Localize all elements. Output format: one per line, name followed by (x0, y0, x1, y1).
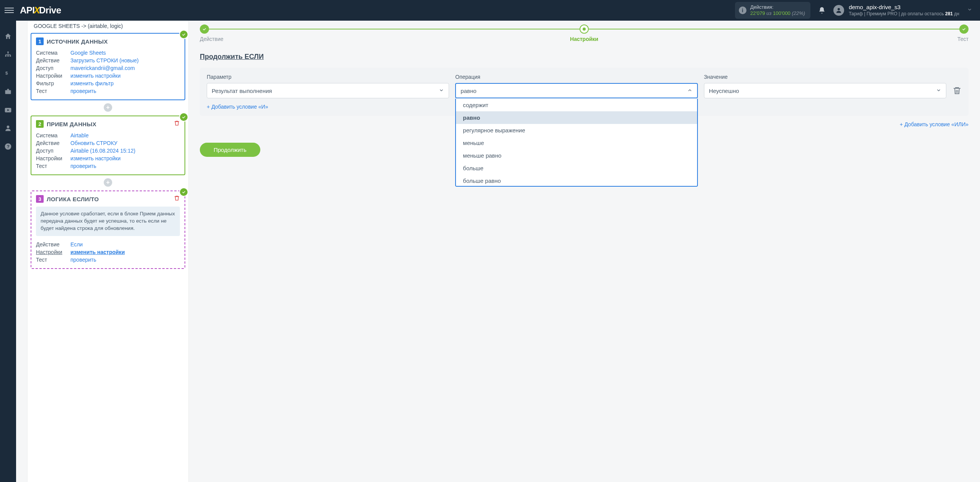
source-filter-link[interactable]: изменить фильтр (70, 80, 114, 86)
block-num: 2 (36, 120, 44, 128)
step-test-label: Тест (957, 36, 969, 42)
check-icon (179, 112, 188, 122)
left-nav: $ ? (0, 21, 16, 482)
operation-option[interactable]: меньше (456, 137, 697, 149)
nav-help-icon[interactable]: ? (4, 142, 12, 151)
menu-icon[interactable] (5, 6, 14, 15)
block-title: ИСТОЧНИК ДАННЫХ (47, 38, 108, 45)
value-select[interactable]: Неуспешно (704, 83, 946, 98)
block-dest[interactable]: 2 ПРИЕМ ДАННЫХ СистемаAirtable ДействиеО… (31, 116, 185, 175)
logo[interactable]: APIXDrive (20, 5, 61, 16)
dest-test-link[interactable]: проверить (70, 163, 96, 169)
block-source[interactable]: 1 ИСТОЧНИК ДАННЫХ СистемаGoogle Sheets Д… (31, 33, 185, 100)
avatar-icon (833, 5, 844, 16)
operation-option[interactable]: больше равно (456, 174, 697, 187)
block-title: ПРИЕМ ДАННЫХ (47, 121, 96, 127)
svg-text:$: $ (5, 70, 8, 75)
add-block-button[interactable]: + (104, 178, 112, 187)
plus-icon: + (900, 121, 903, 127)
source-settings-link[interactable]: изменить настройки (70, 73, 121, 79)
svg-point-0 (838, 8, 840, 10)
block-logic[interactable]: 3 ЛОГИКА ЕСЛИ/ТО Данное условие сработае… (31, 191, 185, 269)
value-label: Значение (704, 74, 946, 80)
delete-condition-icon[interactable] (952, 86, 962, 95)
logo-api: API (20, 5, 35, 15)
block-num: 1 (36, 37, 44, 45)
trash-icon[interactable] (174, 120, 180, 128)
step-action-dot[interactable] (200, 24, 209, 34)
nav-briefcase-icon[interactable] (4, 87, 12, 96)
nav-video-icon[interactable] (4, 106, 12, 114)
check-icon (179, 187, 188, 197)
chevron-down-icon (936, 88, 941, 94)
operation-option[interactable]: равно (456, 111, 697, 124)
actions-value: 22'079 из 100'000 (22%) (750, 10, 805, 16)
svg-rect-1 (7, 52, 8, 53)
chevron-down-icon (439, 88, 444, 94)
bell-icon[interactable] (818, 7, 826, 14)
logic-settings-link[interactable]: изменить настройки (70, 249, 125, 255)
add-or-condition[interactable]: + Добавить условие «ИЛИ» (900, 121, 969, 127)
operation-option[interactable]: больше (456, 162, 697, 174)
nav-billing-icon[interactable]: $ (4, 69, 12, 77)
param-label: Параметр (207, 74, 449, 80)
chevron-up-icon (687, 88, 693, 94)
logic-test-link[interactable]: проверить (70, 257, 96, 263)
logo-drive: Drive (39, 5, 61, 15)
breadcrumb: GOOGLE SHEETS -> (airtable, logic) (31, 21, 185, 33)
tariff-line: Тариф | Премиум PRO | до оплаты осталось… (849, 11, 959, 17)
trash-icon[interactable] (174, 195, 180, 203)
block-title: ЛОГИКА ЕСЛИ/ТО (47, 196, 99, 202)
user-menu[interactable]: demo_apix-drive_s3 Тариф | Премиум PRO |… (833, 3, 959, 17)
operation-label: Операция (455, 74, 697, 80)
logic-note: Данное условие сработает, если в блоке П… (36, 207, 180, 236)
nav-account-icon[interactable] (4, 124, 12, 132)
block-num: 3 (36, 195, 44, 203)
source-test-link[interactable]: проверить (70, 88, 96, 94)
username: demo_apix-drive_s3 (849, 3, 959, 11)
topbar: APIXDrive i Действия: 22'079 из 100'000 … (0, 0, 980, 21)
svg-rect-3 (7, 55, 8, 57)
svg-rect-6 (5, 90, 11, 94)
svg-rect-2 (5, 55, 7, 57)
actions-counter[interactable]: i Действия: 22'079 из 100'000 (22%) (735, 2, 810, 18)
main-panel: Действие Настройки Тест Продолжить ЕСЛИ … (188, 21, 980, 482)
check-icon (179, 30, 188, 39)
operation-select[interactable]: равно (455, 83, 697, 98)
continue-button[interactable]: Продолжить (200, 143, 260, 157)
condition-group: Параметр Результат выполнения Операция р… (200, 68, 969, 116)
step-action-label: Действие (200, 36, 224, 42)
nav-home-icon[interactable] (4, 32, 12, 41)
param-select[interactable]: Результат выполнения (207, 83, 449, 98)
chevron-down-icon[interactable] (959, 7, 972, 14)
operation-dropdown: содержит равно регулярное выражение мень… (455, 99, 697, 187)
dest-settings-link[interactable]: изменить настройки (70, 155, 121, 161)
section-title: Продолжить ЕСЛИ (200, 53, 969, 61)
operation-option[interactable]: меньше равно (456, 149, 697, 162)
svg-rect-4 (10, 55, 11, 57)
plus-icon: + (207, 104, 210, 110)
svg-text:?: ? (7, 144, 10, 149)
add-block-button[interactable]: + (104, 103, 112, 112)
operation-option[interactable]: регулярное выражение (456, 124, 697, 137)
operation-option[interactable]: содержит (456, 99, 697, 111)
nav-connections-icon[interactable] (4, 50, 12, 59)
info-icon: i (739, 7, 746, 14)
step-settings-label: Настройки (570, 36, 598, 42)
step-settings-dot[interactable] (580, 24, 589, 34)
step-test-dot[interactable] (959, 24, 969, 34)
flow-sidebar: GOOGLE SHEETS -> (airtable, logic) 1 ИСТ… (28, 21, 188, 482)
actions-label: Действия: (750, 4, 805, 10)
stepper: Действие Настройки Тест (200, 24, 969, 42)
svg-point-9 (7, 125, 10, 128)
